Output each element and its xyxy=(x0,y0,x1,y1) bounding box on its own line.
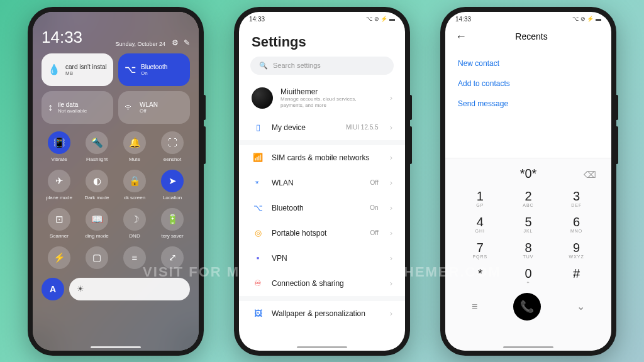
cc-time: 14:33 xyxy=(42,28,82,47)
cc-toggle-tery saver[interactable]: 🔋tery saver xyxy=(155,206,190,241)
cc-toggle-DND[interactable]: ☽DND xyxy=(117,206,152,241)
toggle-icon: ⚡ xyxy=(48,246,70,269)
chevron-right-icon: › xyxy=(390,153,392,162)
menu-icon[interactable]: ≡ xyxy=(472,301,477,312)
settings-icon[interactable]: ⚙ xyxy=(172,38,179,47)
dialer-link-new-contact[interactable]: New contact xyxy=(458,53,599,74)
cc-toggle-plane mode[interactable]: ✈plane mode xyxy=(42,167,77,203)
status-bar: 14:33 ⌥ ⊘ ⚡ ▬ xyxy=(239,12,405,24)
status-icons: ⌥ ⊘ ⚡ ▬ xyxy=(366,16,395,22)
cc-toggle-item-15[interactable]: ⤢ xyxy=(155,244,190,274)
phone-dialer: 14:33 ⌥ ⊘ ⚡ ▬ ← Recents New contactAdd t… xyxy=(440,7,616,356)
setting-my-device[interactable]: ▯ My device MIUI 12.5.5 › xyxy=(239,115,405,140)
brightness-slider[interactable]: ☀ xyxy=(69,278,190,300)
profile-row[interactable]: Miuithemer Manage accounts, cloud servic… xyxy=(239,81,405,115)
key-1[interactable]: 1GP xyxy=(457,186,504,211)
toggle-icon: ⤢ xyxy=(161,246,184,269)
setting-sim-cards-mobile-networks[interactable]: 📶SIM cards & mobile networks› xyxy=(239,145,405,170)
toggle-icon: 📳 xyxy=(48,131,70,154)
setting-icon: ▪ xyxy=(252,252,264,265)
cc-tile-data[interactable]: 💧 card isn't instal MB xyxy=(42,53,113,86)
cc-toggle-Mute[interactable]: 🔔Mute xyxy=(117,129,152,165)
divider xyxy=(239,296,405,301)
key-6[interactable]: 6MNO xyxy=(553,212,600,236)
chevron-right-icon: › xyxy=(390,93,392,102)
chevron-right-icon: › xyxy=(390,278,392,288)
status-bar: 14:33 ⌥ ⊘ ⚡ ▬ xyxy=(445,12,611,24)
toggle-icon: ◐ xyxy=(86,170,108,192)
dialer-title: Recents xyxy=(474,31,601,41)
data-icon: ↕ xyxy=(48,102,53,113)
key-2[interactable]: 2ABC xyxy=(505,186,552,211)
key-4[interactable]: 4GHI xyxy=(457,212,504,236)
setting-icon: ᯤ xyxy=(252,177,264,189)
toggle-icon: ☽ xyxy=(123,208,146,231)
chevron-right-icon: › xyxy=(390,228,392,238)
chevron-right-icon: › xyxy=(390,178,392,187)
setting-bluetooth[interactable]: ⌥BluetoothOn› xyxy=(239,195,405,221)
setting-connection-sharing[interactable]: ♾Connection & sharing› xyxy=(239,271,405,296)
cc-toggle-ck screen[interactable]: 🔒ck screen xyxy=(117,167,152,203)
cc-toggle-Vibrate[interactable]: 📳Vibrate xyxy=(42,129,77,165)
status-time: 14:33 xyxy=(455,16,471,23)
setting-icon: ♾ xyxy=(252,277,264,290)
device-icon: ▯ xyxy=(252,121,264,134)
setting-vpn[interactable]: ▪VPN› xyxy=(239,246,405,271)
toggle-icon: 🔒 xyxy=(123,170,146,192)
dialer-link-add-to-contacts[interactable]: Add to contacts xyxy=(458,74,599,94)
setting-portable-hotspot[interactable]: ◎Portable hotspotOff› xyxy=(239,221,405,246)
cc-tile-wlan[interactable]: ᯤ WLAN Off xyxy=(118,91,190,124)
search-input[interactable]: 🔍 Search settings xyxy=(250,57,394,75)
phone-control-center: gency calls only ⌥ ⊘ ⚡ ▬ 14:33 Sunday, O… xyxy=(28,7,204,356)
back-button[interactable]: ← xyxy=(455,30,467,43)
backspace-button[interactable]: ⌫ xyxy=(584,170,596,180)
cc-toggle-item-14[interactable]: ≡ xyxy=(117,244,152,274)
cc-tile-mobile-data[interactable]: ↕ ile data Not available xyxy=(42,91,113,124)
edit-icon[interactable]: ✎ xyxy=(184,38,190,47)
toggle-icon: ➤ xyxy=(161,170,184,192)
cc-toggle-Dark mode[interactable]: ◐Dark mode xyxy=(79,167,114,203)
key-9[interactable]: 9WXYZ xyxy=(553,238,600,262)
cc-toggle-Flashlight[interactable]: 🔦Flashlight xyxy=(79,129,114,165)
status-icons: ⌥ ⊘ ⚡ ▬ xyxy=(572,16,601,22)
chevron-right-icon: › xyxy=(390,123,392,132)
toggle-icon: 🔦 xyxy=(86,131,108,154)
key-#[interactable]: # xyxy=(553,263,600,288)
cc-toggle-eenshot[interactable]: ⛶eenshot xyxy=(155,129,190,165)
settings-title: Settings xyxy=(239,26,405,57)
wifi-icon: ᯤ xyxy=(125,102,135,113)
toggle-icon: ▢ xyxy=(86,246,108,269)
key-7[interactable]: 7PQRS xyxy=(457,238,504,262)
setting-icon: 📶 xyxy=(252,151,264,164)
cc-toggle-ding mode[interactable]: 📖ding mode xyxy=(79,206,114,241)
bluetooth-icon: ⌥ xyxy=(125,63,136,75)
cc-toggle-Scanner[interactable]: ⊡Scanner xyxy=(42,206,77,241)
toggle-icon: ≡ xyxy=(123,246,146,269)
call-button[interactable]: 📞 xyxy=(513,293,541,321)
setting-wlan[interactable]: ᯤWLANOff› xyxy=(239,170,405,195)
key-*[interactable]: * xyxy=(457,263,504,288)
home-indicator[interactable] xyxy=(91,346,141,348)
cc-toggle-item-12[interactable]: ⚡ xyxy=(42,244,77,274)
dialer-link-send-message[interactable]: Send message xyxy=(458,94,599,114)
setting-icon: ◎ xyxy=(252,227,264,239)
chevron-right-icon: › xyxy=(390,253,392,263)
wallpaper-icon: 🖼 xyxy=(252,307,264,320)
key-3[interactable]: 3DEF xyxy=(553,186,600,211)
search-icon: 🔍 xyxy=(259,62,268,70)
cc-toggle-item-13[interactable]: ▢ xyxy=(79,244,114,274)
droplet-icon: 💧 xyxy=(48,63,60,75)
home-indicator[interactable] xyxy=(297,346,347,348)
key-5[interactable]: 5JKL xyxy=(505,212,552,236)
cc-toggle-Location[interactable]: ➤Location xyxy=(155,167,190,203)
toggle-icon: 🔔 xyxy=(123,131,146,154)
key-0[interactable]: 0+ xyxy=(505,263,552,288)
setting-wallpaper[interactable]: 🖼 Wallpaper & personalization › xyxy=(239,301,405,326)
keypad-collapse-icon[interactable]: ⌄ xyxy=(577,300,585,312)
toggle-icon: 🔋 xyxy=(161,208,184,231)
home-indicator[interactable] xyxy=(503,346,553,348)
auto-brightness-button[interactable]: A xyxy=(42,278,64,300)
toggle-icon: 📖 xyxy=(86,208,108,231)
key-8[interactable]: 8TUV xyxy=(505,238,552,262)
cc-tile-bluetooth[interactable]: ⌥ Bluetooth On xyxy=(118,53,190,86)
